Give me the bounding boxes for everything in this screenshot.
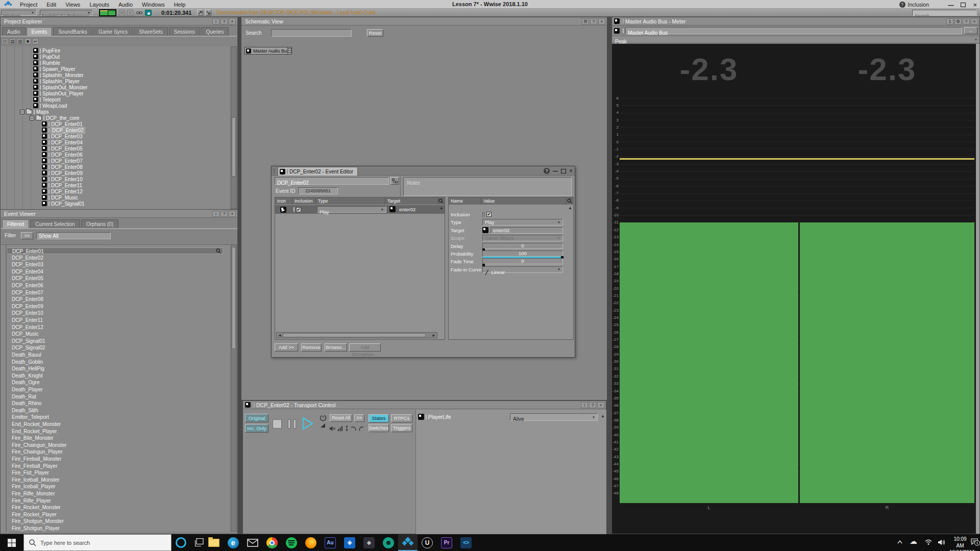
tray-clock[interactable]: 10:09 AM 10/16/2019	[949, 536, 971, 551]
event-name-field[interactable]: DCP_Enter02	[275, 177, 389, 185]
panel-help-icon[interactable]: ?	[589, 402, 596, 408]
tree-item[interactable]: DCP_Enter06	[1, 152, 230, 158]
tree-item[interactable]: PupOut	[1, 54, 230, 60]
taskbar-app-file-explorer[interactable]	[204, 534, 224, 551]
dialog-minimize-icon[interactable]: —	[553, 168, 558, 174]
panel-help-icon[interactable]: ?	[220, 18, 228, 24]
panel-help-icon[interactable]: ?	[220, 211, 228, 217]
list-item[interactable]: Fire_Iceball_Monster	[7, 477, 223, 483]
panel-help-icon[interactable]: ?	[963, 18, 970, 24]
list-item[interactable]: DCP_Enter05	[7, 275, 223, 282]
tree-item[interactable]: DCP_Signal01	[1, 201, 230, 207]
panel-close-icon[interactable]: ×	[598, 18, 605, 24]
taskbar-app-mail[interactable]	[243, 534, 262, 551]
tree-expander-icon[interactable]	[30, 116, 34, 120]
actions-hscrollbar[interactable]: ◄ ►	[276, 332, 437, 338]
speaker-muted-icon[interactable]	[330, 426, 335, 431]
list-item[interactable]: DCP_Enter01	[7, 247, 223, 254]
list-item[interactable]: DCP_Enter07	[7, 289, 223, 296]
language-selector[interactable]: English(US) (Reference) ▼	[40, 10, 93, 16]
tab-filtered[interactable]: Filtered	[2, 219, 29, 228]
list-item[interactable]: Fire_Bite_Monster	[7, 435, 223, 441]
list-item[interactable]: DCP_Enter02	[7, 255, 223, 261]
tree-scrollbar[interactable]	[231, 46, 237, 209]
taskbar-app-spotify[interactable]	[282, 534, 301, 551]
list-item[interactable]: DCP_Enter04	[7, 268, 223, 275]
inclusion-toggle-label[interactable]: Inclusion	[908, 2, 929, 8]
start-button[interactable]	[0, 534, 23, 551]
panel-close-icon[interactable]: ×	[229, 18, 236, 24]
list-item[interactable]: Death_Rat	[7, 393, 223, 400]
original-button[interactable]: Original	[245, 414, 268, 422]
lowpass-curve-icon[interactable]	[351, 426, 356, 431]
stop-button[interactable]	[273, 419, 282, 429]
node-expand-handle[interactable]	[287, 47, 292, 55]
list-item[interactable]: DCP_Enter12	[7, 324, 223, 331]
list-item[interactable]: Fire_Shotgun_Player	[7, 525, 223, 532]
dialog-maximize-icon[interactable]	[561, 169, 566, 173]
taskbar-search-box[interactable]: Type here to search	[23, 534, 172, 551]
speaker-icon[interactable]	[938, 539, 946, 545]
tab-events[interactable]: Events	[27, 27, 53, 36]
profiler-button[interactable]	[205, 10, 211, 16]
tree-item[interactable]: Spawn_Player	[1, 66, 230, 72]
tree-item[interactable]: DCP_Enter09	[1, 170, 230, 176]
capture-button[interactable]	[197, 10, 203, 16]
list-item[interactable]: End_Rocket_Monster	[7, 421, 223, 428]
tab-triggers[interactable]: Triggers	[391, 424, 412, 432]
recent-icon[interactable]: ◷	[2, 38, 8, 44]
schematic-search-input[interactable]	[271, 29, 352, 37]
list-item[interactable]: Death_Rhino	[7, 400, 223, 407]
minimize-button[interactable]: —	[948, 2, 953, 8]
solo-button[interactable]: S	[127, 10, 133, 16]
list-item[interactable]: Death_Ogre	[7, 379, 223, 386]
panel-help-icon[interactable]: ?	[590, 18, 597, 24]
filter-value-field[interactable]: Show All	[36, 232, 111, 239]
tree-item[interactable]: Rumble	[1, 60, 230, 66]
list-item[interactable]: Fire_Fireball_Monster	[7, 456, 223, 462]
tree-item[interactable]: DCP_Enter07	[1, 158, 230, 164]
tab-game-syncs[interactable]: Game Syncs	[93, 27, 133, 36]
tab-switches[interactable]: Switches	[369, 424, 389, 432]
pause-button[interactable]	[288, 419, 296, 429]
schematic-reset-button[interactable]: Reset	[367, 29, 383, 37]
property-dropdown[interactable]: ╱Linear▼	[482, 266, 563, 273]
folder-open-icon[interactable]: ▤	[9, 38, 16, 44]
event-editor-titlebar[interactable]: DCP_Enter02 - Event Editor ? — ×	[272, 166, 575, 176]
row-search-icon[interactable]	[216, 248, 221, 254]
tree-item[interactable]: DCP_Enter03	[1, 133, 230, 139]
tab-states[interactable]: States	[369, 414, 389, 422]
taskbar-app-wwise[interactable]	[398, 534, 418, 551]
tree-item[interactable]: DCP_Enter04	[1, 139, 230, 145]
reset-all-button[interactable]: Reset All	[330, 414, 352, 422]
filter-expand-button[interactable]: >>	[21, 232, 33, 239]
actions-col-target[interactable]: Target	[385, 197, 438, 205]
panel-close-icon[interactable]: ×	[229, 211, 236, 217]
master-volume-meter-widget[interactable]	[99, 9, 116, 16]
cortana-button[interactable]	[176, 537, 186, 548]
action-row[interactable]: ▶ ✔ Play ▼ enter02	[275, 205, 445, 214]
volume-triangle-icon[interactable]	[321, 423, 325, 428]
event-structure-button[interactable]	[390, 177, 399, 185]
list-item[interactable]: Fire_Fist_Player	[7, 469, 223, 476]
actions-col-inclusion[interactable]: Inclusion	[292, 197, 316, 205]
props-col-value[interactable]: Value	[481, 197, 566, 205]
list-item[interactable]: DCP_Enter06	[7, 282, 223, 289]
table-search-icon[interactable]	[438, 198, 444, 204]
undo-icon[interactable]: ↩	[32, 38, 39, 44]
action-center-icon[interactable]: 1	[971, 538, 978, 545]
workunit-icon[interactable]: ■	[24, 38, 31, 44]
tree-item[interactable]: DCP_Enter05	[1, 145, 230, 152]
list-item[interactable]: Fire_Chaingun_Player	[7, 448, 223, 455]
tree-item[interactable]: DCP_Enter11	[1, 182, 230, 188]
game-syncs-scroll-up[interactable]: ▲	[601, 414, 605, 418]
tree-item[interactable]: DCP_Music	[1, 194, 230, 201]
panel-settings-icon[interactable]: ⚙	[582, 18, 589, 24]
taskbar-app-app-dark[interactable]: ◆	[359, 534, 379, 551]
tree-item[interactable]: DCP_Enter10	[1, 176, 230, 182]
tab-sessions[interactable]: Sessions	[169, 27, 200, 36]
tab-sharesets[interactable]: ShareSets	[134, 27, 168, 36]
meter-bus-name-field[interactable]: Master Audio Bus	[625, 27, 962, 34]
close-button[interactable]: ×	[973, 1, 977, 9]
property-field[interactable]: 0	[482, 258, 563, 264]
